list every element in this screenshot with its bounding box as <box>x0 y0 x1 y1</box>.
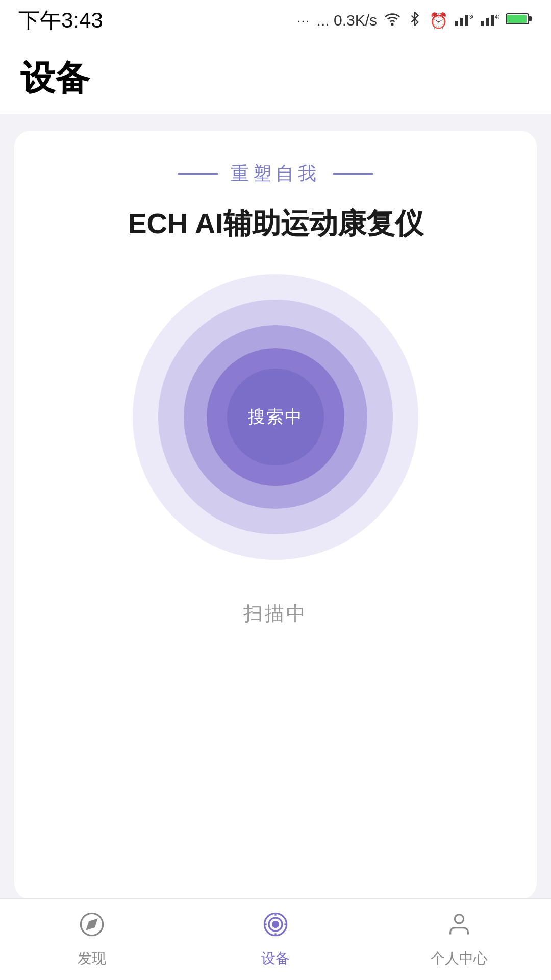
svg-rect-10 <box>529 16 532 21</box>
status-bar: 下午3:43 ··· ... 0.3K/s ⏰ 3G <box>0 0 551 41</box>
profile-icon <box>446 911 472 944</box>
tab-device[interactable]: 设备 <box>184 911 367 968</box>
svg-text:3G: 3G <box>469 14 473 20</box>
tab-discover-label: 发现 <box>78 949 106 968</box>
page-header: 设备 <box>0 41 551 114</box>
subtitle-row: 重塑自我 <box>178 161 373 186</box>
page-title: 设备 <box>20 55 531 102</box>
main-content: 重塑自我 ECH AI辅助运动康复仪 搜索中 扫描中 <box>0 114 551 916</box>
svg-rect-6 <box>486 18 489 26</box>
svg-text:4G: 4G <box>495 14 499 20</box>
signal-dots-icon: ··· <box>297 12 310 29</box>
device-card: 重塑自我 ECH AI辅助运动康复仪 搜索中 扫描中 <box>14 131 537 899</box>
device-name: ECH AI辅助运动康复仪 <box>128 205 423 243</box>
alarm-icon: ⏰ <box>429 12 448 30</box>
tab-device-label: 设备 <box>261 949 290 968</box>
tab-profile[interactable]: 个人中心 <box>367 911 551 968</box>
svg-rect-5 <box>481 21 484 26</box>
network-speed: ... 0.3K/s <box>317 12 377 29</box>
signal-4g-icon: 4G <box>481 12 499 30</box>
status-icons: ··· ... 0.3K/s ⏰ 3G <box>297 11 533 31</box>
scanning-center-label: 搜索中 <box>248 405 303 429</box>
subtitle-text: 重塑自我 <box>231 161 320 186</box>
scanning-center-button[interactable]: 搜索中 <box>227 369 324 465</box>
subtitle-line-right <box>333 173 373 175</box>
svg-rect-7 <box>491 15 494 26</box>
svg-rect-1 <box>455 21 458 26</box>
svg-point-0 <box>392 23 393 25</box>
svg-marker-13 <box>87 919 96 928</box>
bluetooth-icon <box>408 12 422 30</box>
signal-3g-icon: 3G <box>455 12 473 30</box>
tab-profile-label: 个人中心 <box>431 949 488 968</box>
wifi-icon <box>384 11 400 31</box>
svg-rect-2 <box>460 18 463 26</box>
battery-icon <box>506 12 533 30</box>
device-tab-icon <box>262 911 289 944</box>
svg-rect-3 <box>465 15 468 26</box>
discover-icon <box>79 911 105 944</box>
tab-discover[interactable]: 发现 <box>0 911 184 968</box>
scanning-status-text: 扫描中 <box>243 601 308 627</box>
scanning-animation: 搜索中 <box>133 274 418 560</box>
svg-point-21 <box>455 914 463 923</box>
tab-bar: 发现 设备 个人中心 <box>0 898 551 980</box>
subtitle-line-left <box>178 173 218 175</box>
status-time: 下午3:43 <box>18 6 103 35</box>
svg-rect-11 <box>507 15 527 23</box>
svg-point-16 <box>273 921 279 927</box>
